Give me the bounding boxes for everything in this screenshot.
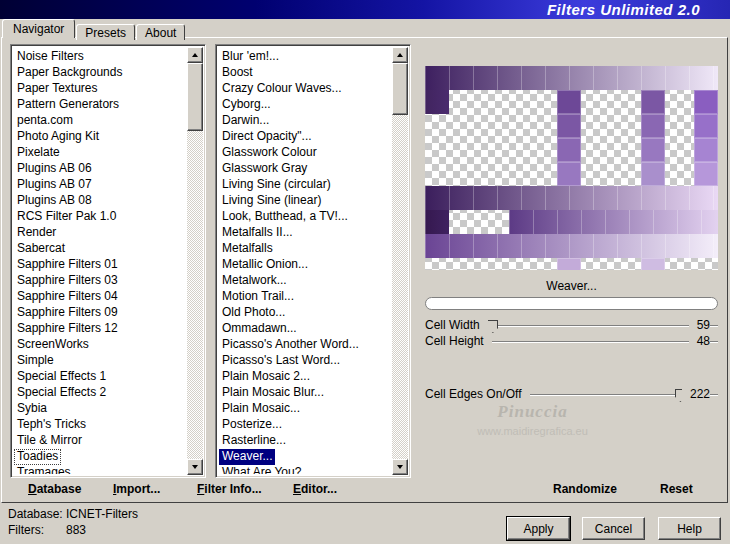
filter-list: Blur 'em!...BoostCrazy Colour Waves...Cy… bbox=[219, 48, 391, 474]
param-row-cell-width: Cell Width59 bbox=[425, 317, 718, 333]
arrow-down-icon bbox=[192, 465, 198, 469]
list-item[interactable]: Plain Mosaic 2... bbox=[219, 368, 391, 384]
list-item[interactable]: Direct Opacity"... bbox=[219, 128, 391, 144]
list-item[interactable]: Glasswork Colour bbox=[219, 144, 391, 160]
list-item[interactable]: Sapphire Filters 12 bbox=[14, 320, 186, 336]
category-list: Noise FiltersPaper BackgroundsPaper Text… bbox=[14, 48, 186, 474]
list-item[interactable]: Tramages bbox=[14, 464, 186, 474]
list-item[interactable]: Pattern Generators bbox=[14, 96, 186, 112]
list-item[interactable]: Metallic Onion... bbox=[219, 256, 391, 272]
scroll-down-button[interactable] bbox=[187, 459, 203, 475]
filters-unlimited-window: Filters Unlimited 2.0 NavigatorPresetsAb… bbox=[0, 0, 730, 544]
list-item[interactable]: Picasso's Last Word... bbox=[219, 352, 391, 368]
scrollbar-thumb[interactable] bbox=[392, 63, 408, 115]
list-item[interactable]: Sapphire Filters 09 bbox=[14, 304, 186, 320]
preview-weave-cell bbox=[557, 138, 581, 162]
list-item[interactable]: Weaver... bbox=[219, 448, 391, 464]
list-item[interactable]: Metalfalls II... bbox=[219, 224, 391, 240]
preview-weave-cell bbox=[641, 138, 665, 162]
filter-scrollbar[interactable] bbox=[392, 47, 408, 475]
preview-weave-cell bbox=[694, 114, 718, 138]
list-item[interactable]: Old Photo... bbox=[219, 304, 391, 320]
scroll-up-button[interactable] bbox=[187, 47, 203, 63]
list-item[interactable]: Picasso's Another Word... bbox=[219, 336, 391, 352]
list-item[interactable]: Sapphire Filters 03 bbox=[14, 272, 186, 288]
selected-filter-caption: Weaver... bbox=[425, 279, 718, 293]
list-item[interactable]: Metalwork... bbox=[219, 272, 391, 288]
list-item[interactable]: Pixelate bbox=[14, 144, 186, 160]
list-item[interactable]: Cyborg... bbox=[219, 96, 391, 112]
help-button[interactable]: Help bbox=[658, 517, 721, 540]
list-item[interactable]: Posterize... bbox=[219, 416, 391, 432]
list-item[interactable]: Living Sine (linear) bbox=[219, 192, 391, 208]
list-item[interactable]: Metalfalls bbox=[219, 240, 391, 256]
preview-weave-cell bbox=[557, 90, 581, 114]
scroll-up-button[interactable] bbox=[392, 47, 408, 63]
list-item[interactable]: Look, Butthead, a TV!... bbox=[219, 208, 391, 224]
list-item[interactable]: Blur 'em!... bbox=[219, 48, 391, 64]
list-item[interactable]: Simple bbox=[14, 352, 186, 368]
preview-weave-cell bbox=[641, 114, 665, 138]
preview-weave-cell bbox=[557, 162, 581, 186]
list-item[interactable]: Paper Textures bbox=[14, 80, 186, 96]
list-item[interactable]: Darwin... bbox=[219, 112, 391, 128]
import-button[interactable]: Import... bbox=[113, 480, 160, 497]
list-item[interactable]: Teph's Tricks bbox=[14, 416, 186, 432]
list-item[interactable]: Glasswork Gray bbox=[219, 160, 391, 176]
category-listbox[interactable]: Noise FiltersPaper BackgroundsPaper Text… bbox=[10, 44, 206, 478]
list-item[interactable]: ScreenWorks bbox=[14, 336, 186, 352]
list-item[interactable]: Plain Mosaic Blur... bbox=[219, 384, 391, 400]
list-item[interactable]: Special Effects 1 bbox=[14, 368, 186, 384]
list-item[interactable]: Render bbox=[14, 224, 186, 240]
slider-thumb[interactable] bbox=[487, 320, 498, 333]
list-item[interactable]: Rasterline... bbox=[219, 432, 391, 448]
database-button[interactable]: Database bbox=[28, 480, 81, 497]
filter-info-button[interactable]: Filter Info... bbox=[197, 480, 262, 497]
list-item[interactable]: Paper Backgrounds bbox=[14, 64, 186, 80]
list-item[interactable]: Photo Aging Kit bbox=[14, 128, 186, 144]
list-item[interactable]: penta.com bbox=[14, 112, 186, 128]
list-item[interactable]: Plugins AB 08 bbox=[14, 192, 186, 208]
list-item[interactable]: Tile & Mirror bbox=[14, 432, 186, 448]
list-item[interactable]: Noise Filters bbox=[14, 48, 186, 64]
list-item[interactable]: Ommadawn... bbox=[219, 320, 391, 336]
tab-presets[interactable]: Presets bbox=[76, 24, 135, 40]
preview-weave-band bbox=[425, 186, 718, 210]
tab-about[interactable]: About bbox=[136, 24, 185, 40]
preview-weave-cell bbox=[694, 162, 718, 186]
preview-weave-band bbox=[425, 66, 718, 90]
list-item[interactable]: Living Sine (circular) bbox=[219, 176, 391, 192]
randomize-button[interactable]: Randomize bbox=[553, 480, 617, 497]
list-item[interactable]: RCS Filter Pak 1.0 bbox=[14, 208, 186, 224]
scroll-down-button[interactable] bbox=[392, 459, 408, 475]
list-item[interactable]: Plugins AB 07 bbox=[14, 176, 186, 192]
editor-button[interactable]: Editor... bbox=[293, 480, 337, 497]
cancel-button[interactable]: Cancel bbox=[582, 517, 645, 540]
reset-button[interactable]: Reset bbox=[660, 480, 693, 497]
param-row-cell-height: Cell Height48 bbox=[425, 333, 718, 349]
database-status-label: Database: bbox=[8, 507, 63, 521]
filter-preview-image bbox=[425, 66, 718, 270]
list-item[interactable]: Plugins AB 06 bbox=[14, 160, 186, 176]
category-scrollbar[interactable] bbox=[187, 47, 203, 475]
param-value: 222 bbox=[682, 386, 710, 402]
tab-navigator[interactable]: Navigator bbox=[2, 19, 75, 38]
list-item[interactable]: Crazy Colour Waves... bbox=[219, 80, 391, 96]
list-item[interactable]: Sybia bbox=[14, 400, 186, 416]
list-item[interactable]: Sapphire Filters 04 bbox=[14, 288, 186, 304]
scrollbar-thumb[interactable] bbox=[187, 63, 203, 131]
filter-listbox[interactable]: Blur 'em!...BoostCrazy Colour Waves...Cy… bbox=[215, 44, 411, 478]
list-item[interactable]: Motion Trail... bbox=[219, 288, 391, 304]
param-label: Cell Edges On/Off bbox=[425, 386, 530, 402]
list-item[interactable]: Sapphire Filters 01 bbox=[14, 256, 186, 272]
list-item[interactable]: Plain Mosaic... bbox=[219, 400, 391, 416]
filters-count-label: Filters: bbox=[8, 523, 44, 537]
list-item[interactable]: Toadies bbox=[14, 448, 186, 464]
list-item[interactable]: Sabercat bbox=[14, 240, 186, 256]
list-item[interactable]: Special Effects 2 bbox=[14, 384, 186, 400]
preview-weave-cell bbox=[641, 90, 665, 114]
apply-button[interactable]: Apply bbox=[507, 517, 570, 540]
list-item[interactable]: What Are You?... bbox=[219, 464, 391, 474]
list-item[interactable]: Boost bbox=[219, 64, 391, 80]
param-value: 59 bbox=[689, 317, 710, 333]
